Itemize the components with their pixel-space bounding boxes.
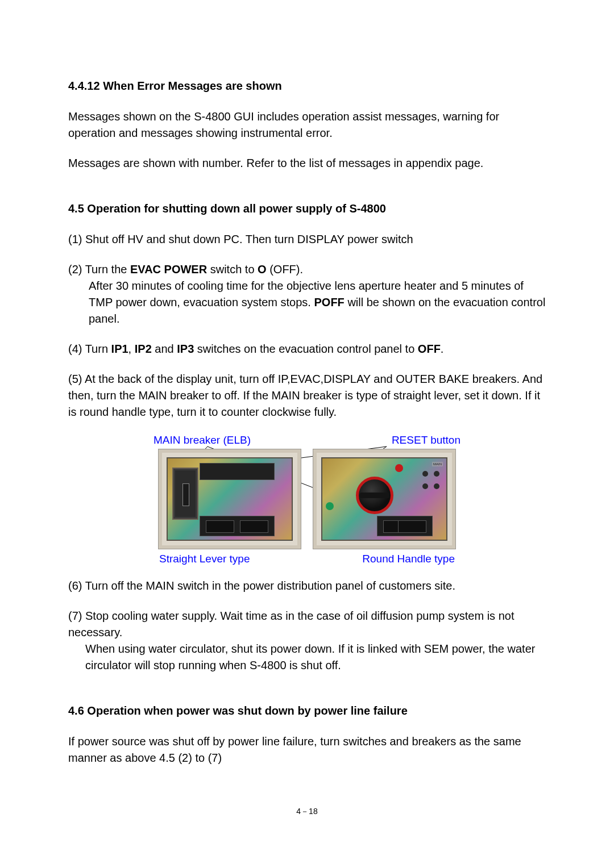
step-4-c: .	[441, 343, 444, 355]
o-bold: O	[258, 263, 267, 276]
label-main-breaker: MAIN breaker (ELB)	[154, 434, 251, 446]
reset-button-icon	[395, 464, 403, 472]
top-breakers	[200, 463, 275, 480]
para-46: If power source was shut off by power li…	[68, 733, 546, 766]
outlet-strip-left	[200, 516, 275, 536]
straight-breaker-box	[172, 468, 198, 520]
evac-power-bold: EVAC POWER	[130, 263, 207, 276]
label-straight-lever-type: Straight Lever type	[159, 553, 250, 565]
ip3-bold: IP3	[177, 343, 194, 355]
step-4-comma1: ,	[128, 343, 135, 355]
off-bold: OFF	[418, 343, 441, 355]
rotary-breaker	[356, 477, 393, 514]
rotary-handle-icon	[360, 493, 389, 498]
stud-icon	[434, 471, 439, 477]
green-button-icon	[326, 502, 334, 510]
step-5-text: (5) At the back of the display unit, tur…	[68, 371, 546, 420]
outlet-strip-right	[377, 516, 433, 536]
breaker-figure: MAIN breaker (ELB) RESET button	[148, 434, 466, 565]
para-4412-1: Messages shown on the S-4800 GUI include…	[68, 108, 546, 141]
step-4-a: (4) Turn	[68, 343, 111, 355]
step-4-b: switches on the evacuation control panel…	[194, 343, 418, 355]
poff-bold: POFF	[314, 296, 344, 308]
document-page: 4.4.12 When Error Messages are shown Mes…	[0, 0, 614, 868]
step-7a: (7) Stop cooling water supply. Wait time…	[68, 608, 546, 641]
step-2: (2) Turn the EVAC POWER switch to O (OFF…	[68, 261, 546, 327]
stud-icon	[422, 471, 428, 477]
panel-round-handle: MAIN	[313, 449, 456, 549]
label-reset-button: RESET button	[392, 434, 460, 446]
step-7b: When using water circulator, shut its po…	[68, 641, 546, 674]
panel-straight-lever	[158, 449, 301, 549]
stud-icon	[434, 483, 439, 489]
step-7: (7) Stop cooling water supply. Wait time…	[68, 608, 546, 674]
para-4412-2: Messages are shown with number. Refer to…	[68, 155, 546, 172]
step-2-a: (2) Turn the	[68, 263, 130, 276]
page-number: 4－18	[0, 807, 614, 817]
straight-lever-icon	[182, 483, 189, 506]
panel-label: MAIN	[432, 462, 443, 466]
step-2-c: (OFF).	[267, 263, 303, 276]
step-4-and: and	[152, 343, 177, 355]
step-4: (4) Turn IP1, IP2 and IP3 switches on th…	[68, 341, 546, 357]
heading-4-5: 4.5 Operation for shutting down all powe…	[68, 202, 546, 215]
label-round-handle-type: Round Handle type	[362, 553, 455, 565]
step-2-b: switch to	[207, 263, 258, 276]
heading-4-4-12: 4.4.12 When Error Messages are shown	[68, 80, 546, 93]
heading-4-6: 4.6 Operation when power was shut down b…	[68, 704, 546, 717]
step-6: (6) Turn off the MAIN switch in the powe…	[68, 578, 546, 594]
step-5: (5) At the back of the display unit, tur…	[68, 371, 546, 420]
ip2-bold: IP2	[135, 343, 152, 355]
stud-icon	[422, 483, 428, 489]
ip1-bold: IP1	[111, 343, 128, 355]
step-1: (1) Shut off HV and shut down PC. Then t…	[68, 231, 546, 248]
